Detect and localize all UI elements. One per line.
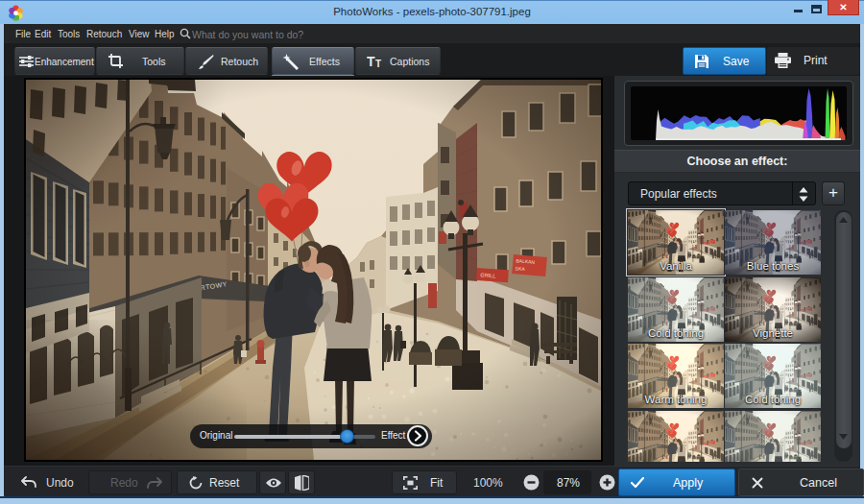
svg-text:T: T <box>367 55 375 68</box>
svg-text:T: T <box>375 59 381 68</box>
